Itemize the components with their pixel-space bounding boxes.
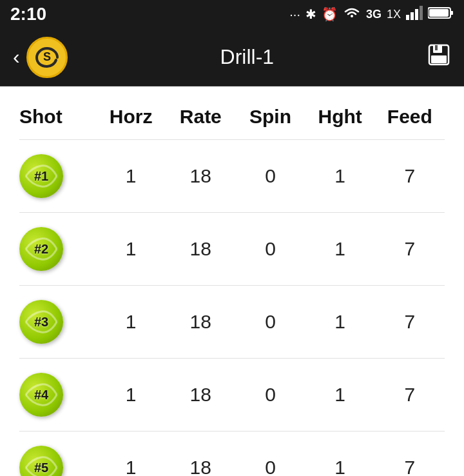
nav-bar: ‹ S Drill-1: [0, 28, 464, 86]
rate-cell: 18: [166, 359, 235, 431]
shot-cell: #1: [19, 140, 96, 213]
hght-cell: 1: [305, 286, 375, 359]
shot-cell: #4: [19, 359, 96, 431]
tennis-ball-#3: #3: [19, 300, 63, 344]
svg-rect-10: [435, 45, 438, 50]
spin-cell: 0: [235, 431, 305, 477]
spin-cell: 0: [235, 359, 305, 431]
content-area: Shot Horz Rate Spin Hght Feed #1118017#2…: [0, 86, 464, 476]
col-header-feed: Feed: [375, 99, 445, 140]
spin-cell: 0: [235, 286, 305, 359]
shot-cell: #2: [19, 213, 96, 286]
feed-cell: 7: [375, 140, 445, 213]
app-logo: S: [26, 37, 68, 78]
signal-1x-icon: 1X: [387, 8, 401, 21]
signal-3g-icon: 3G: [366, 8, 382, 21]
feed-cell: 7: [375, 359, 445, 431]
col-header-hght: Hght: [305, 99, 375, 140]
ellipsis-icon: ···: [289, 7, 300, 22]
signal-bars-icon: [406, 6, 423, 23]
status-time: 2:10: [10, 4, 46, 25]
horz-cell: 1: [96, 140, 166, 213]
status-bar: 2:10 ··· ✱ ⏰ 3G 1X: [0, 0, 464, 28]
rate-cell: 18: [166, 431, 235, 477]
tennis-ball-#2: #2: [19, 227, 63, 271]
hght-cell: 1: [305, 213, 375, 286]
col-header-horz: Horz: [96, 99, 166, 140]
bluetooth-icon: ✱: [305, 6, 316, 22]
spin-cell: 0: [235, 213, 305, 286]
battery-icon: [428, 6, 454, 23]
svg-rect-3: [420, 6, 423, 20]
table-row[interactable]: #4118017: [19, 359, 445, 431]
svg-rect-0: [406, 15, 409, 20]
page-title: Drill-1: [68, 45, 427, 69]
svg-rect-5: [450, 11, 453, 15]
rate-cell: 18: [166, 286, 235, 359]
tennis-ball-#5: #5: [19, 446, 63, 476]
horz-cell: 1: [96, 286, 166, 359]
table-header: Shot Horz Rate Spin Hght Feed: [19, 99, 445, 140]
hght-cell: 1: [305, 140, 375, 213]
col-header-spin: Spin: [235, 99, 305, 140]
save-button[interactable]: [427, 43, 451, 72]
svg-text:S: S: [43, 50, 51, 63]
svg-rect-11: [431, 55, 447, 63]
col-header-shot: Shot: [19, 99, 96, 140]
svg-rect-1: [411, 12, 414, 20]
horz-cell: 1: [96, 431, 166, 477]
back-button[interactable]: ‹: [13, 45, 20, 69]
rate-cell: 18: [166, 213, 235, 286]
col-header-rate: Rate: [166, 99, 235, 140]
shot-cell: #3: [19, 286, 96, 359]
tennis-ball-#1: #1: [19, 154, 63, 198]
table-body: #1118017#2118017#3118017#4118017#5118017: [19, 140, 445, 477]
hght-cell: 1: [305, 431, 375, 477]
tennis-ball-#4: #4: [19, 373, 63, 417]
drill-table: Shot Horz Rate Spin Hght Feed #1118017#2…: [19, 99, 445, 476]
feed-cell: 7: [375, 286, 445, 359]
horz-cell: 1: [96, 213, 166, 286]
svg-rect-6: [429, 9, 449, 17]
shot-cell: #5: [19, 431, 96, 477]
rate-cell: 18: [166, 140, 235, 213]
table-row[interactable]: #1118017: [19, 140, 445, 213]
hght-cell: 1: [305, 359, 375, 431]
alarm-icon: ⏰: [322, 6, 338, 22]
table-row[interactable]: #3118017: [19, 286, 445, 359]
spin-cell: 0: [235, 140, 305, 213]
feed-cell: 7: [375, 213, 445, 286]
status-icons: ··· ✱ ⏰ 3G 1X: [289, 6, 454, 23]
svg-rect-2: [415, 9, 418, 20]
table-row[interactable]: #2118017: [19, 213, 445, 286]
feed-cell: 7: [375, 431, 445, 477]
horz-cell: 1: [96, 359, 166, 431]
table-row[interactable]: #5118017: [19, 431, 445, 477]
wifi-icon: [343, 6, 361, 23]
